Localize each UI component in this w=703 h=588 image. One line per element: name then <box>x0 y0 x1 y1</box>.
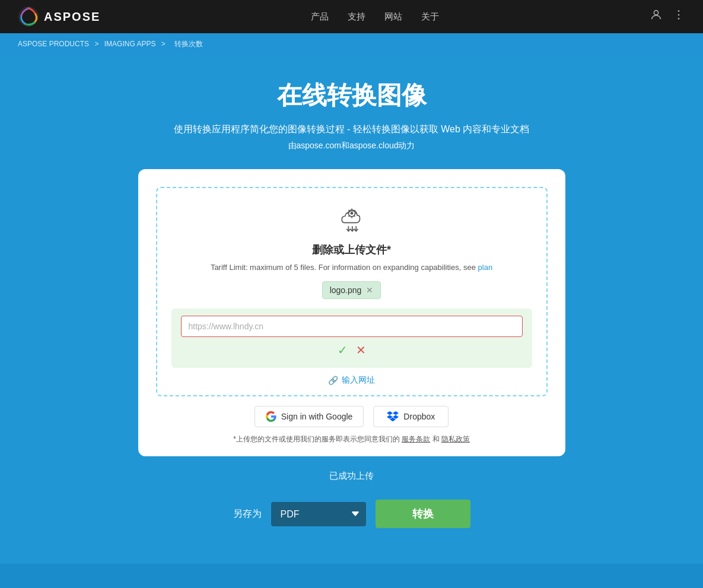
saveas-bar: 另存为 PDF 转换 <box>12 500 691 528</box>
convert-button[interactable]: 转换 <box>376 500 470 528</box>
url-input[interactable] <box>181 316 523 337</box>
plan-link[interactable]: plan <box>478 263 493 272</box>
breadcrumb-sep2: > <box>161 40 166 48</box>
header: ASPOSE 产品 支持 网站 关于 <box>0 0 703 33</box>
upload-title: 删除或上传文件* <box>171 243 532 257</box>
breadcrumb-current: 转换次数 <box>174 40 203 48</box>
terms-link[interactable]: 服务条款 <box>402 435 430 443</box>
svg-point-2 <box>678 10 680 12</box>
svg-line-12 <box>354 215 355 217</box>
tariff-text: Tariff Limit: maximum of 5 files. For in… <box>171 262 532 274</box>
terms-text: *上传您的文件或使用我们的服务即表示您同意我们的 服务条款 和 隐私政策 <box>156 434 548 444</box>
signin-buttons: Sign in with Google Dropbox <box>156 406 548 427</box>
url-cancel-button[interactable]: ✕ <box>356 343 366 357</box>
svg-point-1 <box>654 11 658 15</box>
url-actions: ✓ ✕ <box>181 343 523 357</box>
svg-point-4 <box>678 18 680 20</box>
breadcrumb-sep1: > <box>94 40 98 48</box>
nav-products[interactable]: 产品 <box>311 11 329 23</box>
logo[interactable]: ASPOSE <box>18 6 100 27</box>
page-powered: 由aspose.com和aspose.cloud动力 <box>12 141 691 151</box>
breadcrumb-products[interactable]: ASPOSE PRODUCTS <box>18 40 89 48</box>
saveas-label: 另存为 <box>233 508 262 520</box>
main-content: 在线转换图像 使用转换应用程序简化您的图像转换过程 - 轻松转换图像以获取 We… <box>0 55 703 564</box>
upload-card: 删除或上传文件* Tariff Limit: maximum of 5 file… <box>138 169 565 457</box>
svg-line-14 <box>348 215 349 217</box>
logo-text: ASPOSE <box>44 10 100 24</box>
main-nav: 产品 支持 网站 关于 <box>311 11 439 23</box>
user-icon[interactable] <box>650 8 663 25</box>
breadcrumb-imaging[interactable]: IMAGING APPS <box>104 40 156 48</box>
page-subtitle: 使用转换应用程序简化您的图像转换过程 - 轻松转换图像以获取 Web 内容和专业… <box>12 122 691 137</box>
svg-line-11 <box>348 209 349 211</box>
privacy-link[interactable]: 隐私政策 <box>441 435 470 443</box>
drop-zone[interactable]: 删除或上传文件* Tariff Limit: maximum of 5 file… <box>156 187 548 397</box>
page-title: 在线转换图像 <box>12 79 691 112</box>
url-section: ✓ ✕ <box>171 309 532 368</box>
nav-support[interactable]: 支持 <box>348 11 365 23</box>
file-tag: logo.png ✕ <box>322 281 381 299</box>
link-icon: 🔗 <box>328 376 338 385</box>
file-tag-close-icon[interactable]: ✕ <box>366 285 373 295</box>
input-url-link[interactable]: 🔗 输入网址 <box>171 375 532 386</box>
dropbox-label: Dropbox <box>403 412 435 421</box>
nav-about[interactable]: 关于 <box>421 11 439 23</box>
saveas-select[interactable]: PDF <box>271 502 366 526</box>
breadcrumb: ASPOSE PRODUCTS > IMAGING APPS > 转换次数 <box>0 33 703 55</box>
svg-point-6 <box>350 212 353 215</box>
google-signin-label: Sign in with Google <box>281 412 353 421</box>
nav-website[interactable]: 网站 <box>384 11 402 23</box>
google-icon <box>266 411 276 422</box>
header-right <box>650 8 685 25</box>
dropbox-button[interactable]: Dropbox <box>373 406 448 427</box>
upload-cloud-icon <box>335 202 368 236</box>
more-options-icon[interactable] <box>672 8 685 25</box>
upload-icon-wrap <box>171 202 532 238</box>
google-signin-button[interactable]: Sign in with Google <box>255 406 364 427</box>
url-confirm-button[interactable]: ✓ <box>338 343 348 357</box>
aspose-logo-icon <box>18 6 39 27</box>
dropbox-icon <box>387 411 399 422</box>
upload-success-text: 已成功上传 <box>12 471 691 482</box>
input-url-label: 输入网址 <box>342 375 375 386</box>
file-tag-name: logo.png <box>330 285 362 295</box>
svg-point-3 <box>678 14 680 16</box>
